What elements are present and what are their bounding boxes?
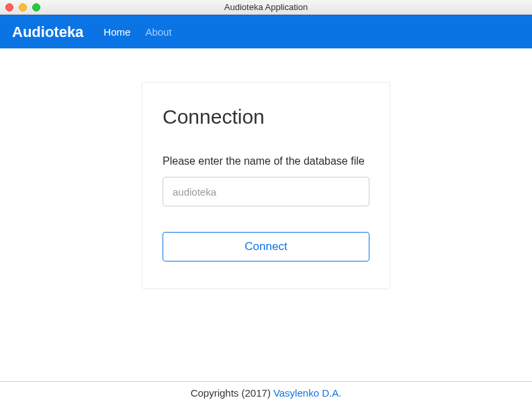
- prompt-text: Please enter the name of the database fi…: [163, 155, 369, 167]
- traffic-lights: [5, 3, 40, 11]
- connection-card: Connection Please enter the name of the …: [142, 82, 390, 289]
- database-name-input[interactable]: [163, 177, 369, 206]
- minimize-window-button[interactable]: [19, 3, 27, 11]
- window-titlebar: Audioteka Application: [0, 0, 532, 15]
- maximize-window-button[interactable]: [32, 3, 40, 11]
- window-title: Audioteka Application: [0, 2, 532, 12]
- brand-label: Audioteka: [12, 24, 83, 41]
- footer: Copyrights (2017) Vasylenko D.A.: [0, 381, 532, 404]
- nav-about[interactable]: About: [145, 26, 171, 38]
- nav-home[interactable]: Home: [103, 26, 130, 38]
- footer-copyright: Copyrights (2017): [191, 387, 271, 399]
- close-window-button[interactable]: [5, 3, 13, 11]
- content-area: Connection Please enter the name of the …: [0, 48, 532, 381]
- footer-author-link[interactable]: Vasylenko D.A.: [273, 387, 341, 399]
- connect-button[interactable]: Connect: [163, 232, 369, 261]
- navbar: Audioteka Home About: [0, 15, 532, 48]
- card-heading: Connection: [163, 106, 369, 128]
